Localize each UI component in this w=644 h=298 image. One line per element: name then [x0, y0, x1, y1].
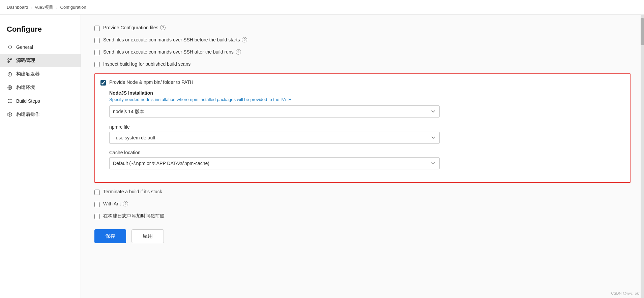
- help-icon-with-ant[interactable]: ?: [123, 201, 128, 206]
- label-inspect-log: Inspect build log for published build sc…: [103, 61, 191, 67]
- cache-location-label: Cache location: [109, 150, 624, 155]
- breadcrumb-project[interactable]: vue3项目: [35, 4, 53, 10]
- watermark: CSDN @wyc_okr: [611, 291, 640, 295]
- nodejs-version-select[interactable]: nodejs 14 版本 nodejs 16 版本 nodejs 18 版本: [109, 105, 440, 118]
- label-provide-config: Provide Configuration files ?: [103, 25, 166, 30]
- sidebar-label-general: General: [16, 44, 33, 50]
- option-timestamp: 在构建日志中添加时间戳前缀: [94, 213, 631, 219]
- checkbox-timestamp[interactable]: [94, 214, 100, 219]
- breadcrumb-config: Configuration: [60, 5, 86, 10]
- label-provide-node: Provide Node & npm bin/ folder to PATH: [109, 79, 193, 85]
- help-icon-ssh-before[interactable]: ?: [242, 37, 247, 42]
- checkbox-ssh-before[interactable]: [94, 38, 100, 43]
- svg-rect-5: [8, 99, 9, 100]
- checkbox-provide-config[interactable]: [94, 26, 100, 31]
- cache-location-select[interactable]: Default (~/.npm or %APP DATA%\npm-cache)…: [109, 157, 440, 169]
- sidebar-label-build-triggers: 构建触发器: [16, 71, 40, 77]
- sidebar-label-build-steps: Build Steps: [16, 98, 40, 104]
- apply-button[interactable]: 应用: [131, 229, 164, 243]
- nodejs-installation-desc: Specify needed nodejs installation where…: [109, 97, 624, 102]
- npmrc-group: npmrc file - use system default - Custom…: [109, 124, 624, 144]
- sidebar-item-post-build[interactable]: 构建后操作: [0, 108, 81, 121]
- nodejs-installation-title: NodeJS Installation: [109, 90, 624, 96]
- highlighted-nodejs-section: Provide Node & npm bin/ folder to PATH N…: [94, 73, 631, 183]
- sidebar-item-build-env[interactable]: 构建环境: [0, 81, 81, 94]
- sidebar: Configure ⚙ General 源码管理: [0, 15, 81, 298]
- svg-rect-7: [8, 102, 9, 103]
- globe-icon: [7, 85, 13, 91]
- npmrc-select[interactable]: - use system default - Custom None: [109, 132, 440, 144]
- sidebar-item-build-steps[interactable]: Build Steps: [0, 94, 81, 108]
- box-icon: [7, 111, 13, 118]
- content-area: Provide Configuration files ? Send files…: [81, 15, 644, 298]
- source-control-icon: [7, 58, 13, 64]
- list-icon: [7, 98, 13, 104]
- cache-location-group: Cache location Default (~/.npm or %APP D…: [109, 150, 624, 169]
- sidebar-label-post-build: 构建后操作: [16, 111, 40, 118]
- checkbox-terminate[interactable]: [94, 190, 100, 195]
- npmrc-label: npmrc file: [109, 124, 624, 130]
- sidebar-item-general[interactable]: ⚙ General: [0, 40, 81, 54]
- svg-point-0: [8, 59, 9, 60]
- sidebar-label-source-control: 源码管理: [16, 58, 35, 64]
- option-inspect-log: Inspect build log for published build sc…: [94, 61, 631, 67]
- sidebar-item-build-triggers[interactable]: 构建触发器: [0, 67, 81, 81]
- clock-icon: [7, 71, 13, 77]
- label-ssh-after: Send files or execute commands over SSH …: [103, 49, 241, 55]
- checkbox-inspect-log[interactable]: [94, 62, 100, 67]
- scrollbar-thumb: [641, 18, 644, 45]
- option-with-ant: With Ant ?: [94, 201, 631, 207]
- save-button[interactable]: 保存: [94, 229, 126, 243]
- breadcrumb-dashboard[interactable]: Dashboard: [7, 5, 28, 10]
- svg-point-1: [10, 59, 12, 60]
- sidebar-label-build-env: 构建环境: [16, 85, 35, 91]
- nodejs-installation-subsection: NodeJS Installation Specify needed nodej…: [109, 90, 624, 118]
- checkbox-provide-node[interactable]: [100, 80, 106, 86]
- help-icon-ssh-after[interactable]: ?: [236, 49, 241, 55]
- breadcrumb: Dashboard › vue3项目 › Configuration: [0, 0, 644, 15]
- label-ssh-before: Send files or execute commands over SSH …: [103, 37, 247, 42]
- option-ssh-before: Send files or execute commands over SSH …: [94, 37, 631, 43]
- breadcrumb-sep-1: ›: [31, 5, 32, 10]
- gear-icon: ⚙: [7, 44, 13, 50]
- sidebar-title: Configure: [0, 22, 81, 40]
- label-timestamp: 在构建日志中添加时间戳前缀: [103, 213, 165, 219]
- checkbox-with-ant[interactable]: [94, 202, 100, 207]
- option-ssh-after: Send files or execute commands over SSH …: [94, 49, 631, 55]
- option-terminate: Terminate a build if it's stuck: [94, 189, 631, 195]
- sidebar-item-source-control[interactable]: 源码管理: [0, 54, 81, 67]
- option-provide-config: Provide Configuration files ?: [94, 25, 631, 31]
- help-icon-provide-config[interactable]: ?: [160, 25, 166, 30]
- svg-rect-6: [8, 101, 9, 101]
- checkbox-ssh-after[interactable]: [94, 50, 100, 55]
- scrollbar[interactable]: [641, 15, 644, 298]
- label-with-ant: With Ant ?: [103, 201, 128, 206]
- label-terminate: Terminate a build if it's stuck: [103, 189, 162, 194]
- action-bar: 保存 应用: [94, 229, 631, 243]
- svg-point-2: [8, 61, 9, 63]
- breadcrumb-sep-2: ›: [56, 5, 57, 10]
